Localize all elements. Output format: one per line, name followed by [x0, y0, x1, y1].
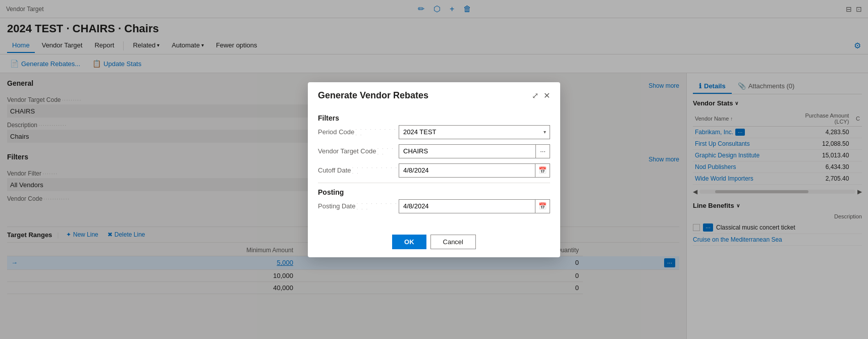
modal-expand-icon[interactable]: ⤢ — [532, 91, 538, 100]
modal-close-icon[interactable]: ✕ — [544, 91, 550, 100]
ok-button[interactable]: OK — [392, 235, 426, 249]
vendor-target-input[interactable] — [399, 144, 536, 158]
modal-posting-title: Posting — [318, 183, 550, 199]
posting-date-input[interactable] — [399, 199, 535, 213]
modal-vendor-target-field: Vendor Target Code · · · · · · ··· — [318, 144, 550, 158]
posting-date-label: Posting Date — [318, 202, 355, 210]
period-code-select-wrap: 2024 TEST ▾ — [399, 125, 550, 139]
cutoff-date-wrap: 📅 — [399, 163, 550, 178]
period-code-select[interactable]: 2024 TEST — [399, 125, 550, 139]
cutoff-date-calendar-icon[interactable]: 📅 — [535, 163, 550, 178]
modal-header: Generate Vendor Rebates ⤢ ✕ — [308, 82, 560, 105]
period-code-label: Period Code — [318, 128, 354, 136]
posting-date-calendar-icon[interactable]: 📅 — [535, 199, 550, 213]
vendor-target-ellipsis-btn[interactable]: ··· — [536, 144, 550, 158]
modal-body: Filters Period Code · · · · · · · · · · … — [308, 105, 560, 227]
modal-posting-date-field: Posting Date · · · · · · · · · · · · 📅 — [318, 199, 550, 213]
cutoff-date-label: Cutoff Date — [318, 166, 351, 174]
modal-cutoff-date-field: Cutoff Date · · · · · · · · · · · · 📅 — [318, 163, 550, 178]
vendor-target-input-wrap: ··· — [399, 144, 550, 158]
cutoff-date-input[interactable] — [399, 163, 535, 178]
posting-date-wrap: 📅 — [399, 199, 550, 213]
modal-period-code-field: Period Code · · · · · · · · · · · 2024 T… — [318, 125, 550, 139]
modal-overlay: Generate Vendor Rebates ⤢ ✕ Filters Peri… — [0, 0, 868, 339]
modal-footer: OK Cancel — [308, 227, 560, 257]
cancel-button[interactable]: Cancel — [430, 235, 476, 249]
generate-rebates-modal: Generate Vendor Rebates ⤢ ✕ Filters Peri… — [308, 82, 560, 257]
modal-title: Generate Vendor Rebates — [318, 90, 428, 101]
modal-header-icons: ⤢ ✕ — [532, 91, 550, 100]
modal-filters-title: Filters — [318, 109, 550, 125]
vendor-target-code-label: Vendor Target Code — [318, 147, 376, 155]
